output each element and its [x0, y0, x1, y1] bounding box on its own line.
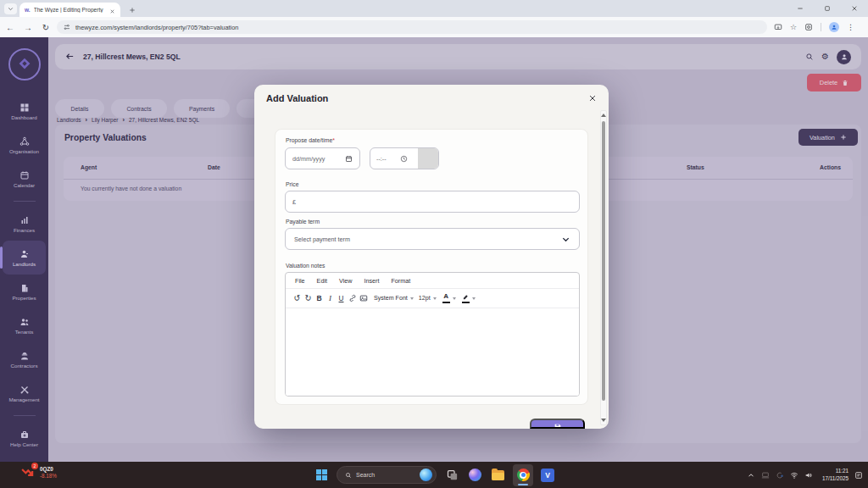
- datetime-label-text: Propose date/time: [286, 137, 332, 143]
- windows-logo-icon: [316, 469, 327, 480]
- window-minimize-button[interactable]: [787, 0, 814, 17]
- extensions-icon[interactable]: [804, 23, 813, 31]
- toolbar-separator: [821, 23, 821, 31]
- notification-center-icon[interactable]: [854, 471, 863, 480]
- bold-button[interactable]: B: [314, 291, 325, 305]
- scroll-down-icon[interactable]: [601, 419, 606, 422]
- menu-view[interactable]: View: [339, 277, 352, 285]
- browser-menu-icon[interactable]: ⋮: [847, 24, 854, 31]
- tray-chevron-up-icon[interactable]: [747, 471, 755, 480]
- price-input[interactable]: [292, 198, 572, 206]
- task-view-button[interactable]: [444, 468, 459, 483]
- bing-copilot-icon: [420, 469, 432, 481]
- start-button[interactable]: [314, 468, 329, 483]
- wifi-icon[interactable]: [790, 471, 798, 480]
- caret-icon[interactable]: [472, 297, 476, 300]
- bookmark-star-icon[interactable]: ☆: [790, 24, 797, 31]
- cast-icon[interactable]: [774, 23, 782, 31]
- save-icon: [554, 423, 562, 429]
- font-size-dropdown[interactable]: 12pt: [419, 295, 437, 302]
- modal-close-icon[interactable]: [587, 92, 598, 104]
- date-input[interactable]: [292, 155, 345, 163]
- scrollbar-thumb[interactable]: [602, 121, 605, 401]
- menu-format[interactable]: Format: [391, 277, 410, 285]
- add-valuation-modal: Add Valuation Propose date/time*: [254, 85, 609, 429]
- windows-taskbar: 2 0QZ0 -8.18% Search: [0, 462, 868, 488]
- modal-scrollbar[interactable]: [600, 110, 607, 425]
- stock-ticker: 0QZ0: [40, 466, 57, 473]
- window-maximize-button[interactable]: [814, 0, 841, 17]
- stock-down-icon: 2: [20, 465, 35, 480]
- highlight-color-button[interactable]: [462, 293, 470, 303]
- system-tray: 11:21 17/11/2025: [747, 462, 863, 488]
- undo-icon[interactable]: ↺: [292, 291, 303, 305]
- caret-icon[interactable]: [453, 297, 456, 300]
- editor-content-area[interactable]: [286, 308, 579, 396]
- app-icon-v[interactable]: V: [541, 469, 554, 482]
- browser-tab[interactable]: w. The Wyze | Editing Property: [19, 3, 120, 17]
- device-tray-icon[interactable]: [761, 468, 770, 483]
- stock-change: -8.18%: [40, 473, 57, 480]
- chrome-taskbar-icon[interactable]: [513, 464, 533, 486]
- payable-term-label: Payable term: [286, 219, 320, 225]
- toolbar-right-icons: ☆ ⋮: [774, 22, 854, 32]
- time-input[interactable]: [376, 155, 397, 163]
- site-settings-icon[interactable]: [64, 24, 70, 30]
- window-close-button[interactable]: [841, 0, 868, 17]
- valuation-form-card: Propose date/time* Price Pa: [275, 129, 588, 405]
- scroll-up-icon[interactable]: [601, 114, 606, 117]
- new-tab-button[interactable]: [126, 4, 137, 15]
- payable-term-select[interactable]: Select payment term: [285, 228, 580, 250]
- text-color-button[interactable]: A: [442, 293, 450, 303]
- browser-reload-icon[interactable]: ↻: [38, 19, 53, 35]
- italic-button[interactable]: I: [325, 291, 336, 305]
- price-label: Price: [286, 181, 299, 187]
- menu-file[interactable]: File: [295, 277, 305, 285]
- font-size-value: 12pt: [419, 295, 431, 302]
- volume-icon[interactable]: [804, 471, 813, 480]
- window-controls: [787, 0, 868, 17]
- app-viewport: Dashboard Organisation Calendar Finances: [0, 37, 868, 462]
- menu-edit[interactable]: Edit: [317, 277, 327, 285]
- taskbar-clock[interactable]: 11:21 17/11/2025: [822, 468, 849, 481]
- notification-badge: 2: [31, 463, 38, 469]
- search-icon: [345, 472, 352, 479]
- highlight-color-swatch: [462, 302, 470, 303]
- price-field[interactable]: [285, 191, 580, 213]
- address-bar[interactable]: thewyze.com/system/landlords/property/70…: [57, 20, 767, 34]
- menu-insert[interactable]: Insert: [364, 277, 379, 285]
- calendar-picker-icon[interactable]: [345, 155, 353, 163]
- browser-profile-avatar[interactable]: [829, 22, 839, 32]
- caret-icon: [410, 297, 414, 300]
- tab-title: The Wyze | Editing Property: [34, 7, 106, 13]
- sync-tray-icon[interactable]: [776, 468, 784, 483]
- clock-icon[interactable]: [400, 155, 408, 163]
- valuation-notes-label: Valuation notes: [286, 263, 325, 269]
- link-icon[interactable]: [347, 291, 358, 305]
- site-favicon: w.: [25, 7, 31, 13]
- taskbar-center: Search V: [314, 462, 554, 488]
- required-asterisk: *: [332, 137, 335, 143]
- underline-button[interactable]: U: [336, 291, 347, 305]
- file-explorer-icon[interactable]: [490, 468, 505, 483]
- font-family-dropdown[interactable]: System Font: [374, 295, 414, 302]
- search-label: Search: [356, 472, 415, 478]
- clock-date: 17/11/2025: [822, 475, 849, 482]
- tab-search-icon[interactable]: [4, 3, 17, 14]
- weather-stock-widget[interactable]: 2 0QZ0 -8.18%: [20, 465, 57, 480]
- datetime-label: Propose date/time*: [286, 137, 335, 143]
- taskbar-search[interactable]: Search: [337, 466, 437, 484]
- rich-text-editor: File Edit View Insert Format ↺ ↻ B I U: [285, 272, 580, 396]
- redo-icon[interactable]: ↻: [303, 291, 314, 305]
- text-color-letter: A: [443, 293, 448, 301]
- tab-close-icon[interactable]: [109, 3, 115, 18]
- browser-forward-icon[interactable]: →: [20, 19, 36, 35]
- copilot-app-icon[interactable]: [467, 468, 482, 483]
- clock-time: 11:21: [822, 468, 849, 474]
- browser-back-icon[interactable]: ←: [3, 19, 18, 35]
- date-field[interactable]: [285, 147, 360, 169]
- insert-image-icon[interactable]: [358, 291, 369, 305]
- save-button[interactable]: [530, 419, 585, 429]
- time-field[interactable]: [370, 147, 439, 169]
- modal-title: Add Valuation: [266, 93, 328, 103]
